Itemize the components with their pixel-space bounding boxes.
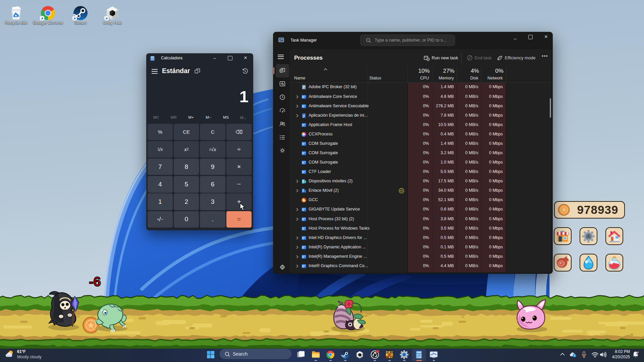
svg-text:z: z <box>638 351 639 353</box>
svg-text:-6: -6 <box>89 274 101 289</box>
